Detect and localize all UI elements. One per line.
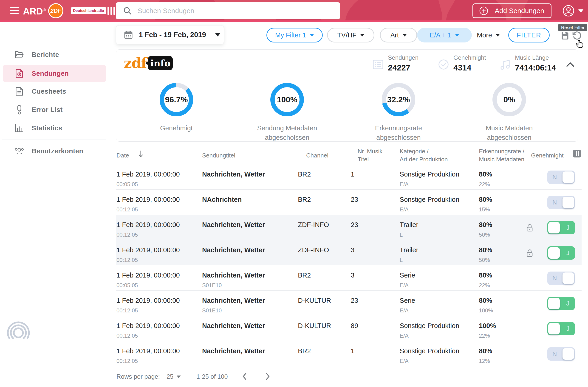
date-range-label: 1 Feb - 19 Feb, 2019 xyxy=(139,31,206,39)
table-row[interactable]: 1 Feb 2019, 00:00:0000:12:05 Nachrichten… xyxy=(116,341,582,366)
pagination: Rows per page: 25 1-25 of 100 xyxy=(116,366,582,387)
exclamation-icon xyxy=(15,105,24,115)
genehmight-toggle[interactable]: J xyxy=(547,322,575,335)
ard-logo: ARD® xyxy=(23,6,46,17)
col-erkennungsrate[interactable]: Erkennungsrate / Music Metadaten xyxy=(479,147,524,163)
folder-open-icon xyxy=(15,51,24,59)
donut-music-metadaten: 0% xyxy=(492,83,526,116)
my-filter-pill[interactable]: My Filter 1 xyxy=(266,28,323,42)
donut-label: Sendung Metadaten abgescholssen xyxy=(227,123,347,142)
bar-chart-icon xyxy=(15,124,24,132)
donut-label: Genehmigt xyxy=(117,123,236,133)
save-filter-icon[interactable] xyxy=(561,31,569,40)
table-row[interactable]: 1 Feb 2019, 00:00:0000:12:05 Nachrichten… xyxy=(116,215,582,240)
search-input[interactable] xyxy=(138,7,321,15)
caret-down-icon xyxy=(455,34,459,37)
document-chart-icon xyxy=(15,69,24,78)
cursor-pointer xyxy=(575,40,585,49)
caret-down-icon xyxy=(496,34,500,37)
date-range-picker[interactable]: 1 Feb - 19 Feb, 2019 xyxy=(116,25,224,44)
calendar-icon xyxy=(124,30,133,40)
page-range-label: 1-25 of 100 xyxy=(196,373,228,380)
donut-label: Music Metdaten abgeschlossen xyxy=(449,123,569,142)
col-genehmight[interactable]: Genehmight xyxy=(531,151,564,160)
table-row[interactable]: 1 Feb 2019, 00:00:0000:12:05 Nachrichten… xyxy=(116,240,582,265)
col-kategorie[interactable]: Kategorie / Art der Produktion xyxy=(400,147,448,163)
donut-label: Erkennungsrate abgeschlossen xyxy=(339,123,458,142)
sort-desc-icon[interactable] xyxy=(138,150,144,158)
sidebar-item-sendungen[interactable]: Sendungen xyxy=(3,65,106,82)
table-header: Date Sendungtitel Channel Nr. Musik Tite… xyxy=(116,147,582,164)
users-group-icon xyxy=(15,147,24,155)
plus-circle-icon xyxy=(479,6,488,15)
genehmight-toggle[interactable]: N xyxy=(547,171,575,184)
caret-down-icon xyxy=(310,34,314,37)
sidebar-divider xyxy=(2,140,106,140)
genehmight-toggle[interactable]: J xyxy=(547,297,575,310)
sidebar-item-statistics[interactable]: Statistics xyxy=(3,120,106,137)
sidebar-item-error-list[interactable]: Error List xyxy=(3,101,106,118)
rows-per-page-select[interactable]: 25 xyxy=(167,373,181,380)
col-nr-musik[interactable]: Nr. Musik Titel xyxy=(358,147,382,163)
tv-hf-pill[interactable]: TV/HF xyxy=(327,28,374,42)
donut-sendung-metadaten: 100% xyxy=(270,83,304,116)
reset-filter-tooltip: Reset Filter xyxy=(558,24,587,31)
hamburger-menu-icon[interactable] xyxy=(10,7,19,15)
genehmight-toggle[interactable]: N xyxy=(547,347,575,361)
document-lines-icon xyxy=(15,87,24,96)
caret-down-icon xyxy=(403,34,407,37)
search-bar[interactable] xyxy=(116,2,340,19)
summary-card: zdf info Sendungen 24227 Genehmight 4314… xyxy=(116,49,578,142)
next-page-icon[interactable] xyxy=(265,372,270,381)
table-row[interactable]: 1 Feb 2019, 00:00:0000:12:05 Nachrichten… xyxy=(116,291,582,316)
donut-genehmigt: 96.7% xyxy=(160,83,193,116)
sidebar-item-cuesheets[interactable]: Cuesheets xyxy=(3,83,106,100)
table-row[interactable]: 1 Feb 2019, 00:00:0000:12:05 NAchrichten… xyxy=(116,190,582,215)
genehmight-toggle[interactable]: J xyxy=(547,246,575,260)
genehmight-toggle[interactable]: N xyxy=(547,196,575,209)
col-sendungtitel[interactable]: Sendungtitel xyxy=(202,151,235,160)
table-row[interactable]: 1 Feb 2019, 00:00:0000:12:05 Nachrichten… xyxy=(116,316,582,341)
zdf-info-logo: zdf info xyxy=(124,55,173,71)
genehmight-toggle[interactable]: N xyxy=(547,272,575,285)
search-icon xyxy=(123,6,132,15)
stat-music-laenge: Music Länge 7414:06:14 xyxy=(515,54,556,72)
genehmight-toggle[interactable]: J xyxy=(547,221,575,234)
sidebar-item-berichte[interactable]: Berichte xyxy=(3,46,106,63)
lock-icon xyxy=(526,249,533,257)
date-caret-icon xyxy=(215,33,220,37)
genehmight-count-icon xyxy=(438,59,449,70)
sidebar-item-benutzerkonten[interactable]: Benutzerkonten xyxy=(3,143,106,160)
rows-per-page-label: Rows per page: xyxy=(116,373,160,380)
filter-button[interactable]: FILTER xyxy=(508,28,550,42)
more-filter[interactable]: More xyxy=(472,28,504,42)
stat-sendungen: Sendungen 24227 xyxy=(388,54,419,72)
radar-arcs-icon xyxy=(6,321,31,344)
art-pill[interactable]: Art xyxy=(380,28,417,42)
donut-erkennungsrate: 32.2% xyxy=(382,83,415,116)
table-row[interactable]: 1 Feb 2019, 00:00:0000:05:05 Nachrichten… xyxy=(116,164,582,190)
prev-page-icon[interactable] xyxy=(242,372,247,381)
account-icon[interactable] xyxy=(562,5,575,17)
columns-settings-icon[interactable] xyxy=(573,149,581,158)
zdf-logo: 2DF xyxy=(48,3,63,18)
caret-down-icon xyxy=(360,34,364,37)
caret-down-icon xyxy=(177,376,181,378)
col-date[interactable]: Date xyxy=(116,151,129,160)
sendungen-count-icon xyxy=(372,59,384,70)
col-channel[interactable]: Channel xyxy=(306,151,328,160)
collapse-chevron-icon[interactable] xyxy=(566,61,575,67)
top-header-bar: ARD® 2DF Deutschlandradio Add Sendungen xyxy=(0,0,588,22)
stat-genehmight: Genehmight 4314 xyxy=(453,54,486,72)
music-length-icon xyxy=(499,59,511,70)
deutschlandradio-logo: Deutschlandradio xyxy=(71,7,116,15)
table-row[interactable]: 1 Feb 2019, 00:00:0000:05:05 Nachrichten… xyxy=(116,265,582,291)
account-caret-icon[interactable] xyxy=(578,9,583,13)
sendungen-table: 1 Feb 2019, 00:00:0000:05:05 Nachrichten… xyxy=(116,164,582,366)
add-sendungen-button[interactable]: Add Sendungen xyxy=(472,3,551,18)
ea-filter-chip[interactable]: E/A + 1 xyxy=(417,28,472,42)
lock-icon xyxy=(526,224,533,232)
